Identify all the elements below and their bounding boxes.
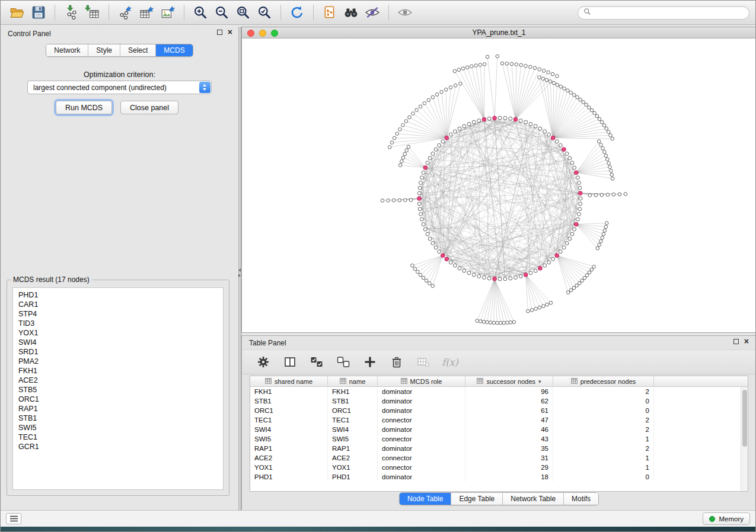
table-cell[interactable]: 1 (553, 463, 654, 472)
column-header-mcds-role[interactable]: MCDS role (378, 376, 465, 386)
network-window-titlebar[interactable]: YPA_prune.txt_1 (242, 27, 756, 39)
table-scrollbar[interactable] (741, 387, 748, 491)
maximize-window-icon[interactable] (271, 30, 278, 37)
table-cell[interactable]: connector (378, 434, 465, 444)
show-panel-icon[interactable] (394, 3, 416, 22)
minimize-window-icon[interactable] (259, 30, 266, 37)
table-cell[interactable]: connector (378, 453, 465, 463)
select-all-icon[interactable] (308, 354, 325, 370)
mcds-result-item[interactable]: PMA2 (13, 357, 223, 366)
mcds-result-item[interactable]: STB1 (13, 414, 223, 423)
table-cell[interactable]: ORC1 (328, 406, 378, 415)
table-cell[interactable]: YOX1 (328, 463, 378, 472)
search-field[interactable] (578, 6, 749, 20)
table-cell[interactable]: PHD1 (250, 472, 328, 482)
table-cell[interactable]: 35 (465, 444, 553, 453)
table-cell[interactable]: STB1 (250, 396, 328, 406)
table-settings-icon[interactable] (255, 354, 272, 370)
tab-select[interactable]: Select (120, 44, 155, 56)
table-cell[interactable]: 1 (553, 434, 654, 444)
close-table-panel-icon[interactable]: × (744, 338, 749, 345)
export-network-icon[interactable] (114, 3, 136, 22)
tab-style[interactable]: Style (88, 44, 120, 56)
table-cell[interactable]: 18 (465, 472, 553, 482)
table-cell[interactable]: 0 (553, 396, 654, 406)
zoom-selected-icon[interactable] (254, 3, 275, 22)
table-row[interactable]: STB1STB1dominator620 (250, 396, 741, 406)
show-columns-icon[interactable] (282, 354, 298, 370)
table-cell[interactable]: 2 (553, 387, 654, 396)
table-row[interactable]: PHD1PHD1dominator180 (250, 472, 741, 482)
column-header-successor-nodes[interactable]: successor nodes▾ (465, 376, 553, 386)
table-cell[interactable]: YOX1 (250, 463, 328, 472)
table-row[interactable]: FKH1FKH1dominator962 (250, 387, 741, 396)
save-icon[interactable] (28, 3, 49, 22)
table-scrollbar-thumb[interactable] (742, 390, 747, 447)
mcds-result-item[interactable]: STB5 (13, 385, 223, 395)
mcds-result-item[interactable]: SWI4 (13, 338, 223, 347)
table-cell[interactable]: 1 (553, 453, 654, 463)
table-cell[interactable]: 2 (553, 425, 654, 434)
zoom-out-icon[interactable] (211, 3, 232, 22)
mcds-result-item[interactable]: TEC1 (13, 432, 223, 442)
table-cell[interactable]: 0 (553, 406, 654, 415)
column-header-shared-name[interactable]: shared name (250, 376, 328, 386)
mcds-result-item[interactable]: SRD1 (13, 347, 223, 357)
import-network-icon[interactable] (60, 3, 82, 22)
network-canvas[interactable] (242, 39, 756, 332)
share-document-icon[interactable] (319, 3, 340, 22)
table-cell[interactable]: 2 (553, 444, 654, 453)
table-cell[interactable]: dominator (378, 396, 465, 406)
mcds-result-item[interactable]: TID3 (13, 319, 223, 328)
table-cell[interactable]: SWI5 (328, 434, 378, 444)
table-cell[interactable]: FKH1 (250, 387, 328, 396)
table-cell[interactable]: ORC1 (250, 406, 328, 415)
table-cell[interactable]: 62 (465, 396, 553, 406)
column-header-predecessor-nodes[interactable]: predecessor nodes (553, 376, 654, 386)
close-window-icon[interactable] (247, 30, 254, 37)
table-cell[interactable]: connector (378, 463, 465, 472)
table-cell[interactable]: connector (378, 415, 465, 425)
table-tab-edge-table[interactable]: Edge Table (451, 493, 502, 505)
table-row[interactable]: SWI4SWI4dominator462 (250, 425, 741, 434)
splitter-collapse-icon[interactable] (238, 268, 241, 277)
table-cell[interactable]: 96 (465, 387, 553, 396)
table-cell[interactable]: SWI4 (328, 425, 378, 434)
column-header-name[interactable]: name (328, 376, 378, 386)
mcds-result-item[interactable]: STP4 (13, 309, 223, 319)
table-tab-node-table[interactable]: Node Table (400, 493, 451, 505)
table-cell[interactable]: dominator (378, 406, 465, 415)
close-panel-icon[interactable]: × (228, 29, 232, 36)
float-window-icon[interactable] (217, 30, 222, 35)
table-cell[interactable]: ACE2 (250, 453, 328, 463)
float-table-panel-icon[interactable] (733, 339, 739, 344)
table-cell[interactable]: 43 (465, 434, 553, 444)
table-row[interactable]: YOX1YOX1connector291 (250, 463, 741, 472)
table-cell[interactable]: RAP1 (328, 444, 378, 453)
table-cell[interactable]: dominator (378, 444, 465, 453)
run-mcds-button[interactable]: Run MCDS (56, 101, 112, 114)
table-cell[interactable]: SWI5 (250, 434, 328, 444)
mcds-result-item[interactable]: PHD1 (13, 290, 223, 300)
mcds-result-list[interactable]: PHD1CAR1STP4TID3YOX1SWI4SRD1PMA2FKH1ACE2… (12, 287, 224, 490)
table-row[interactable]: ORC1ORC1dominator610 (250, 406, 741, 415)
table-cell[interactable]: dominator (378, 425, 465, 434)
mcds-result-item[interactable]: YOX1 (13, 328, 223, 338)
zoom-fit-icon[interactable] (232, 3, 254, 22)
mcds-result-item[interactable]: ACE2 (13, 376, 223, 385)
search-input[interactable] (595, 8, 744, 17)
table-row[interactable]: TEC1TEC1connector472 (250, 415, 741, 425)
network-graph[interactable] (242, 39, 756, 332)
table-cell[interactable]: 61 (465, 406, 553, 415)
add-row-icon[interactable] (362, 354, 378, 370)
table-cell[interactable]: PHD1 (328, 472, 378, 482)
table-row[interactable]: ACE2ACE2connector311 (250, 453, 741, 463)
table-cell[interactable]: 31 (465, 453, 553, 463)
table-cell[interactable]: 29 (465, 463, 553, 472)
memory-button[interactable]: Memory (703, 512, 750, 525)
table-cell[interactable]: FKH1 (328, 387, 378, 396)
table-tab-motifs[interactable]: Motifs (563, 493, 598, 505)
mcds-result-item[interactable]: GCR1 (13, 442, 223, 451)
table-tab-network-table[interactable]: Network Table (502, 493, 563, 505)
hide-panel-icon[interactable] (362, 3, 383, 22)
